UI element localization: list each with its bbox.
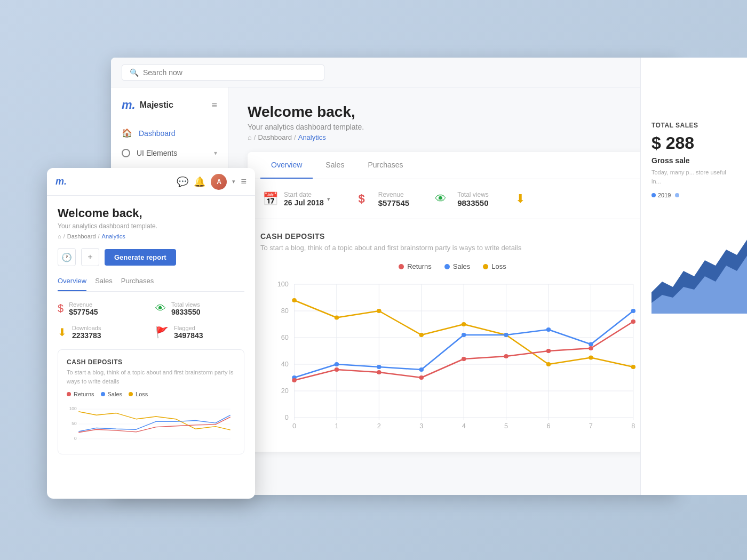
total-views-value: 9833550 [457, 198, 489, 207]
mini-chart: 100 50 0 [67, 403, 235, 445]
total-sales-title: TOTAL SALES [651, 122, 736, 129]
page-subtitle: Your analytics dashboard template. [248, 123, 657, 131]
cash-deposits-desc: To start a blog, think of a topic about … [67, 368, 235, 386]
start-date-value: 26 Jul 2018 [284, 198, 324, 207]
start-date-label: Start date [284, 191, 324, 198]
sales-dot [444, 264, 450, 269]
svg-point-36 [546, 362, 551, 366]
start-date-stat[interactable]: 📅 Start date 26 Jul 2018 ▾ [260, 189, 330, 209]
loss-dot [129, 392, 133, 396]
svg-point-30 [292, 298, 296, 302]
year1-legend: 2019 [651, 192, 671, 198]
breadcrumb-sep: / [254, 133, 256, 141]
menu-icon[interactable]: ≡ [211, 100, 217, 111]
cash-deposits-mini: CASH DEPOSITS To start a blog, think of … [58, 349, 244, 454]
chat-icon[interactable]: 💬 [177, 176, 188, 188]
tab-overview[interactable]: Overview [260, 152, 313, 179]
avatar-arrow: ▾ [232, 178, 235, 185]
area-chart [651, 207, 736, 314]
front-flagged-label: Flagged [174, 325, 203, 331]
svg-point-44 [504, 333, 508, 337]
home-icon: 🏠 [122, 128, 132, 138]
svg-text:100: 100 [277, 281, 289, 288]
svg-point-45 [546, 327, 551, 332]
front-revenue-value: $577545 [69, 308, 98, 316]
svg-point-42 [419, 367, 424, 372]
breadcrumb-home-icon: ⌂ [248, 133, 252, 141]
chevron-down-icon: ▾ [327, 196, 330, 203]
topbar: 🔍 [111, 58, 677, 87]
front-downloads-stat: ⬇ Downloads 2233783 [58, 325, 147, 340]
front-bc-sep2: / [98, 233, 100, 239]
legend-sales: Sales [444, 262, 471, 270]
total-sales-panel: TOTAL SALES $ 288 Gross sale Today, many… [640, 58, 747, 495]
svg-text:8: 8 [631, 422, 635, 430]
cdl-sales: Sales [101, 391, 123, 397]
front-tabs: Overview Sales Purchases [58, 277, 244, 292]
front-tab-purchases[interactable]: Purchases [121, 277, 154, 291]
breadcrumb-current: Analytics [298, 133, 326, 141]
front-flagged-stat: 🚩 Flagged 3497843 [155, 325, 244, 340]
returns-dot [399, 264, 404, 269]
flag-icon: 🚩 [155, 326, 169, 339]
cdl-returns-label: Returns [74, 391, 94, 397]
dollar-icon: $ [58, 302, 63, 315]
eye-icon: 👁 [435, 192, 447, 206]
plus-button[interactable]: + [81, 248, 99, 266]
search-icon: 🔍 [130, 68, 139, 77]
total-sales-gross-label: Gross sale [651, 156, 736, 165]
stats-row: 📅 Start date 26 Jul 2018 ▾ $ R [248, 179, 657, 219]
returns-dot [67, 392, 71, 396]
line-chart: 100 80 60 40 20 0 0 1 2 3 4 5 [260, 279, 645, 439]
revenue-value: $577545 [378, 198, 409, 207]
sidebar-item-label: Dashboard [139, 129, 217, 138]
tab-purchases[interactable]: Purchases [357, 152, 414, 179]
svg-text:80: 80 [281, 307, 289, 315]
sidebar-item-ui-elements[interactable]: UI Elements ▾ [111, 143, 228, 163]
logo-icon: m. [122, 98, 136, 112]
svg-text:20: 20 [281, 387, 289, 395]
sidebar-item-dashboard[interactable]: 🏠 Dashboard [111, 123, 228, 143]
avatar[interactable]: A [211, 174, 227, 190]
front-flagged-value: 3497843 [174, 331, 203, 340]
revenue-label: Revenue [378, 191, 409, 198]
menu-icon[interactable]: ≡ [241, 176, 247, 187]
main-content: Welcome back, Your analytics dashboard t… [228, 87, 677, 495]
total-sales-amount: $ 288 [651, 133, 736, 153]
svg-text:50: 50 [71, 421, 77, 426]
front-actions: 🕐 + Generate report [58, 248, 244, 266]
front-topbar-icons: 💬 🔔 A ▾ ≡ [177, 174, 247, 190]
bell-icon[interactable]: 🔔 [194, 176, 205, 188]
search-input[interactable] [143, 68, 316, 77]
revenue-stat: $ Revenue $577545 [352, 189, 409, 209]
svg-text:0: 0 [285, 414, 289, 421]
front-bc-sep: / [63, 233, 65, 239]
svg-text:100: 100 [69, 406, 77, 411]
front-downloads-value: 2233783 [72, 331, 101, 340]
dollar-icon: $ [359, 192, 365, 206]
cd-legend: Returns Sales Loss [67, 391, 235, 397]
clock-button[interactable]: 🕐 [58, 248, 76, 266]
generate-report-button[interactable]: Generate report [105, 249, 176, 266]
legend-sales-label: Sales [453, 262, 471, 270]
front-card: m. 💬 🔔 A ▾ ≡ Welcome back, Your analytic… [47, 168, 255, 499]
front-logo: m. [55, 176, 67, 187]
search-bar[interactable]: 🔍 [122, 65, 324, 81]
front-views-value: 9833550 [171, 308, 201, 316]
svg-text:0: 0 [292, 422, 296, 430]
tab-sales[interactable]: Sales [315, 152, 355, 179]
front-home-icon: ⌂ [58, 233, 61, 239]
front-tab-overview[interactable]: Overview [58, 277, 86, 291]
front-topbar: m. 💬 🔔 A ▾ ≡ [47, 168, 255, 196]
breadcrumb-parent[interactable]: Dashboard [258, 133, 292, 141]
svg-point-50 [377, 370, 381, 374]
front-tab-sales[interactable]: Sales [95, 277, 113, 291]
download-icon: ⬇ [515, 192, 525, 206]
year1-label: 2019 [658, 192, 671, 198]
app-name: Majestic [140, 100, 173, 110]
svg-text:1: 1 [335, 422, 338, 430]
front-bc-parent[interactable]: Dashboard [67, 233, 96, 239]
svg-point-43 [462, 333, 466, 337]
svg-text:6: 6 [546, 422, 550, 430]
year1-dot [651, 193, 656, 197]
